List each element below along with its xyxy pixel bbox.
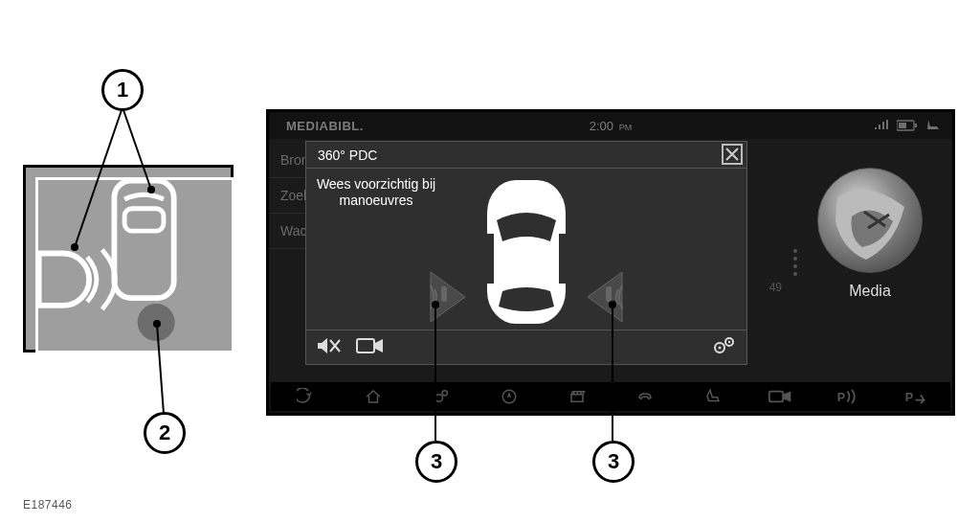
pdc-footer (306, 330, 746, 364)
camera-button[interactable] (356, 336, 385, 359)
nav-phone[interactable] (611, 382, 679, 411)
svg-rect-5 (899, 123, 906, 128)
page-dots (793, 249, 797, 276)
seat-icon (925, 120, 943, 131)
svg-point-13 (719, 346, 722, 349)
close-button[interactable] (722, 144, 743, 165)
svg-rect-19 (769, 392, 783, 402)
nav-park-assist[interactable]: P (814, 382, 882, 411)
callout-1: 1 (101, 69, 144, 111)
signal-icon (874, 120, 889, 131)
clock-time: 2:00 (590, 119, 613, 133)
svg-rect-7 (487, 234, 494, 284)
compass-icon (501, 388, 518, 405)
status-bar: MEDIABIBL. 2:00 PM (269, 112, 952, 139)
phone-icon (636, 388, 654, 405)
pictogram-illustration (26, 168, 231, 351)
svg-text:P: P (837, 391, 845, 404)
svg-rect-0 (114, 181, 173, 299)
close-icon (725, 148, 739, 161)
right-rail: Media (788, 139, 952, 386)
mute-button[interactable] (316, 336, 341, 359)
pdc-body: Wees voorzichtig bij manoeuvres (306, 169, 746, 331)
park-sensor-icon: P (835, 388, 861, 405)
rcta-right-icon (586, 270, 624, 324)
media-label: Media (788, 283, 952, 300)
svg-rect-9 (441, 286, 447, 302)
nav-camera[interactable] (746, 382, 814, 411)
svg-rect-1 (124, 209, 164, 231)
auto-park-icon: P (903, 388, 929, 405)
clock-ampm: PM (619, 123, 633, 132)
background-time-fragment: 49 (769, 281, 782, 294)
clapper-icon (568, 388, 586, 405)
svg-point-16 (435, 395, 443, 402)
callout-3-right: 3 (592, 441, 635, 483)
pdc-header: 360° PDC (306, 142, 746, 169)
media-album-art[interactable] (817, 168, 923, 273)
callout-3-left: 3 (415, 441, 457, 483)
status-icons (874, 120, 943, 131)
svg-point-17 (442, 391, 447, 396)
nav-back[interactable] (271, 382, 339, 411)
nav-media[interactable] (543, 382, 611, 411)
clock: 2:00 PM (590, 119, 632, 133)
source-title: MEDIABIBL. (286, 119, 364, 133)
gear-small-icon (433, 388, 450, 405)
vehicle-top-icon (474, 176, 579, 330)
figure-reference: E187446 (23, 498, 73, 512)
display-body: Bron Zoek Wac 360° PDC Wees voorzichtig … (269, 139, 952, 386)
nav-auto-park[interactable]: P (882, 382, 950, 411)
svg-text:P: P (905, 391, 913, 404)
home-icon (365, 388, 382, 405)
svg-rect-4 (915, 124, 917, 127)
nav-navigation[interactable] (475, 382, 543, 411)
svg-rect-10 (606, 286, 612, 302)
mute-icon (316, 336, 341, 355)
svg-point-2 (138, 304, 175, 341)
camera-nav-icon (768, 388, 793, 405)
pdc-window: 360° PDC Wees voorzichtig bij manoeuvres (305, 141, 747, 365)
gear-icon (712, 336, 737, 355)
nav-settings[interactable] (407, 382, 475, 411)
seat-nav-icon (704, 388, 722, 405)
album-art-icon (818, 169, 923, 273)
infotainment-display: MEDIABIBL. 2:00 PM Bron Zoek Wac 360° PD… (266, 109, 955, 416)
pdc-title: 360° PDC (318, 148, 377, 163)
callout-2: 2 (144, 412, 186, 454)
svg-point-15 (728, 340, 730, 342)
nav-seat[interactable] (679, 382, 746, 411)
battery-icon (897, 120, 918, 131)
svg-rect-11 (357, 339, 374, 352)
camera-icon (356, 336, 385, 355)
nav-home[interactable] (339, 382, 407, 411)
rcta-left-icon (429, 270, 467, 324)
back-icon (297, 388, 314, 405)
pdc-message: Wees voorzichtig bij manoeuvres (314, 176, 438, 209)
svg-rect-8 (559, 234, 566, 284)
nav-bar: P P (271, 382, 950, 411)
settings-button[interactable] (712, 336, 737, 359)
scenario-pictogram (23, 165, 234, 352)
